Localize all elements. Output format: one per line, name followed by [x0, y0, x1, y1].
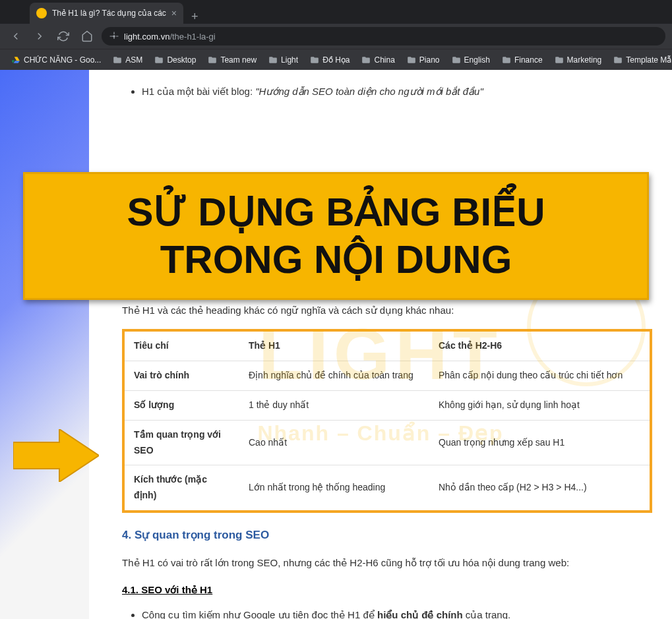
bookmark-item[interactable]: Marketing: [550, 53, 607, 67]
list-item: Công cụ tìm kiếm như Google ưu tiên đọc …: [142, 606, 652, 619]
banner-line-1: SỬ DỤNG BẢNG BIỂU: [38, 189, 634, 236]
section-subheading: 4.1. SEO với thẻ H1: [122, 581, 652, 599]
bookmark-label: Finance: [514, 55, 543, 65]
bookmark-label: Team new: [220, 55, 257, 65]
bookmark-item[interactable]: China: [357, 53, 399, 67]
folder-icon: [407, 55, 416, 65]
table-cell: Vai trò chính: [123, 361, 239, 391]
url-input[interactable]: light.com.vn/the-h1-la-gi: [102, 27, 665, 45]
home-button[interactable]: [78, 27, 96, 45]
arrow-icon: [13, 429, 99, 485]
new-tab-button[interactable]: +: [183, 10, 206, 24]
bookmark-label: CHỨC NĂNG - Goo...: [24, 55, 101, 65]
url-domain: light.com.vn/the-h1-la-gi: [124, 32, 216, 42]
table-cell: Số lượng: [123, 390, 239, 420]
table-cell: Quan trọng nhưng xếp sau H1: [429, 420, 651, 465]
list-item: H1 của một bài viết blog: "Hướng dẫn SEO…: [142, 83, 652, 100]
table-cell: Định nghĩa chủ đề chính của toàn trang: [239, 361, 429, 391]
body-paragraph: Thẻ H1 có vai trò rất lớn trong SEO, như…: [122, 554, 652, 572]
bookmark-item[interactable]: Desktop: [150, 53, 200, 67]
bookmark-label: Piano: [419, 55, 440, 65]
folder-icon: [613, 55, 623, 65]
browser-tab-bar: Thẻ H1 là gì? Tác dụng của các × +: [0, 0, 672, 24]
site-settings-icon: [109, 32, 119, 41]
bookmark-label: China: [374, 55, 394, 65]
table-cell: Không giới hạn, sử dụng linh hoạt: [429, 390, 651, 420]
comparison-table: Tiêu chíThẻ H1Các thẻ H2-H6 Vai trò chín…: [122, 329, 652, 513]
folder-icon: [310, 55, 319, 65]
folder-icon: [555, 55, 564, 65]
folder-icon: [154, 55, 164, 65]
drive-icon: [11, 55, 20, 65]
bookmark-item[interactable]: Piano: [402, 53, 444, 67]
address-bar: light.com.vn/the-h1-la-gi: [0, 24, 672, 49]
banner-line-2: TRONG NỘI DUNG: [38, 236, 634, 283]
tab-title: Thẻ H1 là gì? Tác dụng của các: [52, 9, 166, 18]
article-content: H1 của một bài viết blog: "Hướng dẫn SEO…: [89, 70, 672, 619]
folder-icon: [502, 55, 511, 65]
folder-icon: [268, 55, 278, 65]
table-header: Tiêu chí: [123, 330, 239, 361]
table-row: Số lượng1 thẻ duy nhấtKhông giới hạn, sử…: [123, 390, 651, 420]
section-heading-4: 4. Sự quan trọng trong SEO: [122, 526, 652, 545]
table-row: Tầm quan trọng với SEOCao nhấtQuan trọng…: [123, 420, 651, 465]
bookmark-label: Template Mẫu: [626, 55, 672, 65]
close-icon[interactable]: ×: [171, 8, 177, 18]
bookmark-label: English: [464, 55, 490, 65]
table-cell: Lớn nhất trong hệ thống heading: [239, 465, 429, 512]
table-cell: Nhỏ dần theo cấp (H2 > H3 > H4...): [429, 465, 651, 512]
body-paragraph: Thẻ H1 và các thẻ heading khác có ngữ ng…: [122, 302, 652, 319]
page-viewport: H1 của một bài viết blog: "Hướng dẫn SEO…: [0, 70, 672, 619]
bookmark-item[interactable]: Finance: [497, 53, 547, 67]
bookmark-item[interactable]: ASM: [108, 53, 147, 67]
bookmark-label: Đồ Họa: [322, 55, 350, 65]
bookmark-label: ASM: [125, 55, 142, 65]
bookmark-item[interactable]: Đồ Họa: [305, 53, 354, 67]
table-header: Các thẻ H2-H6: [429, 330, 651, 361]
table-cell: Phân cấp nội dung theo cấu trúc chi tiết…: [429, 361, 651, 391]
reload-button[interactable]: [54, 27, 73, 45]
folder-icon: [452, 55, 461, 65]
bookmark-item[interactable]: Light: [264, 53, 303, 67]
table-header: Thẻ H1: [239, 330, 429, 361]
bookmark-item[interactable]: English: [447, 53, 495, 67]
forward-button[interactable]: [30, 27, 49, 45]
bookmark-item[interactable]: CHỨC NĂNG - Goo...: [7, 53, 106, 67]
table-cell: 1 thẻ duy nhất: [239, 390, 429, 420]
bookmark-label: Light: [281, 55, 298, 65]
bookmarks-bar: CHỨC NĂNG - Goo...ASMDesktopTeam newLigh…: [0, 49, 672, 70]
folder-icon: [208, 55, 217, 65]
bookmark-item[interactable]: Team new: [203, 53, 261, 67]
bookmark-label: Desktop: [167, 55, 196, 65]
table-cell: Cao nhất: [239, 420, 429, 465]
bookmark-item[interactable]: Template Mẫu: [609, 53, 672, 67]
overlay-banner: SỬ DỤNG BẢNG BIỂU TRONG NỘI DUNG: [23, 172, 649, 300]
browser-tab[interactable]: Thẻ H1 là gì? Tác dụng của các ×: [30, 3, 183, 24]
table-row: Kích thước (mặc định)Lớn nhất trong hệ t…: [123, 465, 651, 512]
bookmark-label: Marketing: [567, 55, 602, 65]
table-row: Vai trò chínhĐịnh nghĩa chủ đề chính của…: [123, 361, 651, 391]
tab-favicon-icon: [36, 8, 47, 18]
folder-icon: [113, 55, 122, 65]
table-cell: Kích thước (mặc định): [123, 465, 239, 512]
table-cell: Tầm quan trọng với SEO: [123, 420, 239, 465]
folder-icon: [361, 55, 371, 65]
back-button[interactable]: [7, 27, 25, 45]
